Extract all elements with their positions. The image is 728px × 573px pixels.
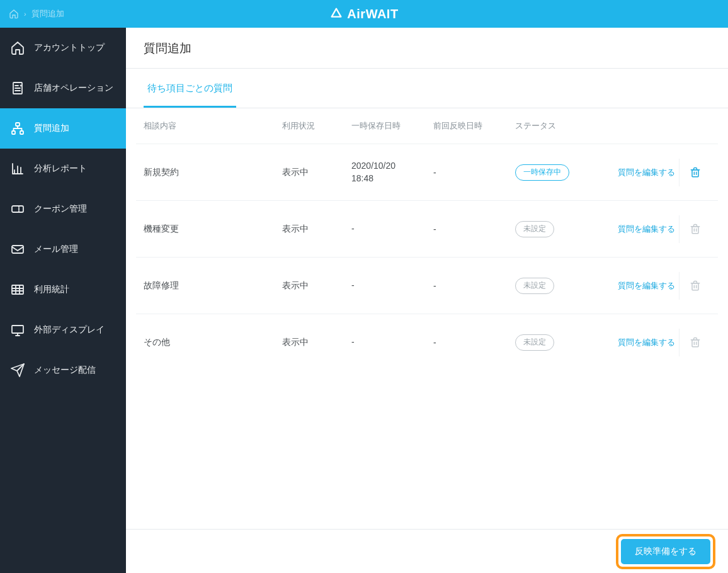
cell-consult: 新規契約 — [144, 167, 282, 178]
edit-question-link[interactable]: 質問を編集する — [591, 280, 679, 292]
sidebar-item-label: メッセージ配信 — [34, 365, 96, 376]
svg-rect-11 — [692, 283, 698, 290]
chart-icon — [10, 161, 25, 176]
cell-applied-at: - — [433, 281, 515, 291]
top-bar: › 質問追加 AirWAIT — [0, 0, 728, 28]
cell-usage: 表示中 — [282, 280, 351, 292]
cell-status: 一時保存中 — [515, 164, 591, 181]
svg-rect-6 — [12, 246, 23, 253]
svg-rect-5 — [12, 206, 23, 212]
sidebar-item-display[interactable]: 外部ディスプレイ — [0, 310, 126, 350]
receipt-icon — [10, 81, 25, 96]
cell-applied-at: - — [433, 167, 515, 178]
sidebar-item-label: 質問追加 — [34, 123, 69, 134]
cell-saved-at: - — [351, 280, 433, 292]
sidebar-item-label: 利用統計 — [34, 284, 69, 295]
status-badge: 未設定 — [515, 278, 554, 294]
sidebar-item-table[interactable]: 利用統計 — [0, 269, 126, 310]
footer: 反映準備をする — [126, 529, 728, 573]
cell-saved-at: - — [351, 336, 433, 349]
brand-text: AirWAIT — [347, 7, 398, 21]
cell-consult: 故障修理 — [144, 280, 282, 292]
sidebar-item-ticket[interactable]: クーポン管理 — [0, 189, 126, 229]
delete-button[interactable] — [679, 159, 710, 186]
cell-status: 未設定 — [515, 221, 591, 237]
edit-question-link[interactable]: 質問を編集する — [591, 167, 679, 178]
cell-saved-at: 2020/10/20 18:48 — [351, 160, 433, 184]
sidebar-item-mail[interactable]: メール管理 — [0, 229, 126, 269]
svg-point-1 — [21, 86, 21, 86]
sidebar-item-send[interactable]: メッセージ配信 — [0, 350, 126, 390]
svg-rect-7 — [12, 285, 23, 294]
cell-status: 未設定 — [515, 334, 591, 351]
table: 相談内容 利用状況 一時保存日時 前回反映日時 ステータス 新規契約表示中202… — [126, 108, 728, 529]
mail-icon — [10, 242, 25, 257]
sidebar-item-label: 外部ディスプレイ — [34, 324, 105, 336]
col-status: ステータス — [515, 120, 591, 132]
apply-button[interactable]: 反映準備をする — [621, 539, 710, 564]
status-badge: 未設定 — [515, 221, 554, 237]
sidebar-item-label: 店舗オペレーション — [34, 82, 113, 94]
table-row: 機種変更表示中--未設定質問を編集する — [136, 200, 718, 257]
table-row: 故障修理表示中--未設定質問を編集する — [136, 257, 718, 314]
sidebar-item-home[interactable]: アカウントトップ — [0, 28, 126, 68]
delete-button — [679, 215, 710, 243]
send-icon — [10, 363, 25, 378]
sitemap-icon — [10, 121, 25, 136]
cell-applied-at: - — [433, 224, 515, 234]
col-saved-at: 一時保存日時 — [351, 120, 433, 132]
svg-rect-8 — [12, 326, 23, 333]
cell-consult: 機種変更 — [144, 224, 282, 235]
svg-rect-9 — [692, 169, 698, 176]
brand: AirWAIT — [329, 7, 398, 21]
cell-applied-at: - — [433, 338, 515, 348]
main-content: 質問追加 待ち項目ごとの質問 相談内容 利用状況 一時保存日時 前回反映日時 ス… — [126, 28, 728, 573]
apply-button-highlight: 反映準備をする — [616, 534, 715, 569]
page-header: 質問追加 — [126, 28, 728, 69]
brand-prefix: Air — [347, 7, 365, 21]
delete-button — [679, 272, 710, 300]
col-consult: 相談内容 — [144, 120, 282, 132]
page-title: 質問追加 — [144, 40, 710, 57]
cell-usage: 表示中 — [282, 167, 351, 178]
cell-usage: 表示中 — [282, 337, 351, 348]
brand-suffix: WAIT — [366, 7, 399, 21]
sidebar-item-label: 分析レポート — [34, 163, 87, 174]
sidebar-item-chart[interactable]: 分析レポート — [0, 149, 126, 189]
cell-status: 未設定 — [515, 278, 591, 294]
status-badge: 一時保存中 — [515, 164, 569, 181]
cell-consult: その他 — [144, 337, 282, 348]
table-row: 新規契約表示中2020/10/20 18:48-一時保存中質問を編集する — [136, 144, 718, 200]
sidebar-item-label: メール管理 — [34, 244, 78, 255]
status-badge: 未設定 — [515, 334, 554, 351]
sidebar-item-label: アカウントトップ — [34, 42, 105, 54]
sidebar-item-receipt[interactable]: 店舗オペレーション — [0, 68, 126, 108]
table-row: その他表示中--未設定質問を編集する — [136, 314, 718, 370]
sidebar-item-sitemap[interactable]: 質問追加 — [0, 108, 126, 149]
home-icon[interactable] — [9, 9, 19, 19]
svg-rect-12 — [692, 339, 698, 346]
edit-question-link[interactable]: 質問を編集する — [591, 337, 679, 348]
breadcrumb-current: 質問追加 — [31, 8, 64, 20]
chevron-right-icon: › — [24, 10, 26, 18]
cell-usage: 表示中 — [282, 224, 351, 235]
delete-button — [679, 329, 710, 356]
col-applied-at: 前回反映日時 — [433, 120, 515, 132]
tab-questions-per-item[interactable]: 待ち項目ごとの質問 — [144, 69, 236, 108]
svg-rect-10 — [692, 226, 698, 233]
home-icon — [10, 40, 25, 55]
col-usage: 利用状況 — [282, 120, 351, 132]
cell-saved-at: - — [351, 223, 433, 235]
table-header: 相談内容 利用状況 一時保存日時 前回反映日時 ステータス — [136, 108, 718, 144]
tabs: 待ち項目ごとの質問 — [126, 69, 728, 108]
table-icon — [10, 282, 25, 297]
sidebar: アカウントトップ店舗オペレーション質問追加分析レポートクーポン管理メール管理利用… — [0, 28, 126, 573]
breadcrumb: › 質問追加 — [9, 8, 64, 20]
edit-question-link[interactable]: 質問を編集する — [591, 224, 679, 235]
display-icon — [10, 322, 25, 338]
brand-logo-icon — [329, 7, 343, 21]
sidebar-item-label: クーポン管理 — [34, 203, 87, 215]
ticket-icon — [10, 201, 25, 217]
